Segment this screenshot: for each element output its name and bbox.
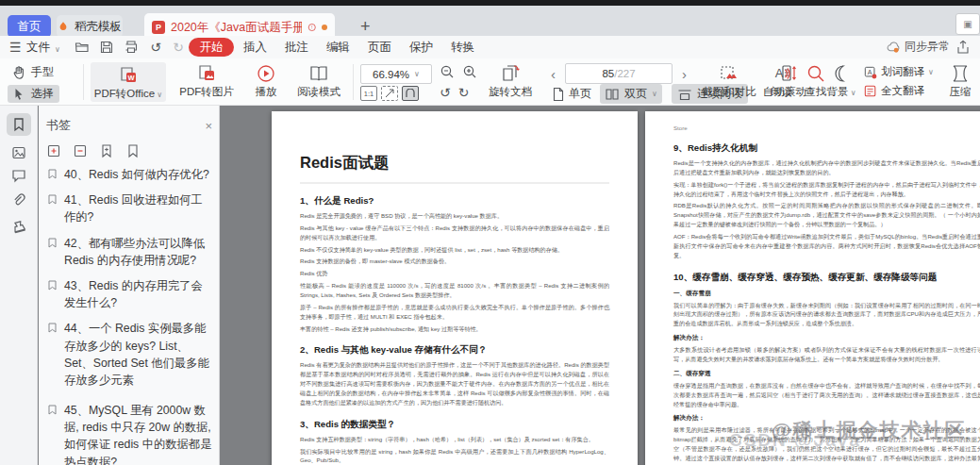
word-translate-button[interactable]: A 划词翻译∨: [864, 65, 934, 79]
expand-all-icon[interactable]: [46, 143, 61, 158]
stamp-panel-button[interactable]: [7, 215, 31, 238]
floating-widget[interactable]: ▣: [955, 13, 980, 35]
svg-text:!: !: [311, 25, 312, 30]
find-button[interactable]: 查找: [802, 62, 830, 99]
tab-docer[interactable]: 稻壳模板: [57, 15, 123, 38]
bookmark-icon: [11, 117, 26, 132]
pdf-paragraph: Redis 有着更为复杂的数据结构并且提供对他们的原子性操作，这是一个不同于其他…: [300, 360, 609, 407]
full-translate-button[interactable]: 全文翻译: [864, 84, 924, 98]
pdf-to-office-label: PDF转Office ∨: [94, 87, 162, 101]
pdf-page-right[interactable]: Store 9、Redis持久化机制 Redis是一个支持持久化的内存数据库，通…: [645, 111, 980, 465]
bookmark-item[interactable]: 40、Redis 如何做内存优化?: [48, 166, 214, 183]
pdf-paragraph: Redis 支持五种数据类型：string（字符串），hash（哈希），list…: [300, 435, 609, 444]
pdf-page-left[interactable]: Redis面试题 1、什么是 Redis? Redis 是完全开源免费的，遵守 …: [272, 111, 638, 465]
hamburger-icon[interactable]: ☰: [9, 39, 22, 56]
add-bookmark-icon[interactable]: [99, 143, 114, 158]
page-number-input[interactable]: 85/227: [565, 63, 673, 84]
screenshot-compare-button[interactable]: 截图和对比: [702, 62, 756, 99]
zoom-out-icon[interactable]: [440, 64, 455, 79]
save-icon[interactable]: [98, 39, 115, 56]
read-aloud-button[interactable]: A 朗读: [766, 62, 798, 99]
pdf-heading: 10、缓存雪崩、缓存穿透、缓存预热、缓存更新、缓存降级等问题: [673, 272, 980, 284]
sync-status[interactable]: 同步异常: [887, 39, 950, 55]
pdf-to-image-label: PDF转图片: [179, 85, 234, 99]
close-icon[interactable]: ×: [205, 119, 212, 133]
select-tool[interactable]: 选择: [8, 85, 59, 103]
actual-size-button[interactable]: 1:1: [360, 86, 377, 101]
unsaved-dot: [322, 25, 327, 30]
bookmark-item[interactable]: 44、一个 Redis 实例最多能存放多少的 keys? List、Set、So…: [48, 320, 214, 389]
comments-panel-button[interactable]: [7, 164, 31, 187]
bookmark-list-icon[interactable]: [125, 143, 141, 158]
rotate-right-icon[interactable]: ↻: [458, 85, 470, 100]
svg-text:W: W: [127, 73, 135, 81]
menu-edit[interactable]: 编辑: [326, 39, 350, 56]
zoom-in-icon[interactable]: [462, 64, 477, 79]
print-icon[interactable]: [123, 39, 140, 56]
moon-icon: [831, 62, 852, 85]
stamp-icon: [11, 219, 26, 234]
redo-icon[interactable]: ↻: [170, 39, 187, 56]
share-icon[interactable]: [955, 39, 972, 56]
open-folder-icon[interactable]: [74, 39, 91, 56]
play-label: 播放: [256, 85, 277, 99]
pdf-to-office-icon: W: [118, 64, 139, 87]
fit-width-button[interactable]: [402, 86, 419, 101]
menu-page[interactable]: 页面: [368, 39, 391, 56]
collapse-all-icon[interactable]: [73, 143, 88, 158]
rotate-doc-icon: [500, 62, 521, 85]
cloud-sync-icon: [887, 41, 901, 53]
tab-home-label: 首页: [18, 19, 42, 35]
prev-page-button[interactable]: ‹: [551, 66, 556, 82]
paperclip-icon: [11, 192, 26, 208]
bookmark-item[interactable]: 45、MySQL 里有 2000w 数据, redis 中只存 20w 的数据,…: [48, 402, 214, 465]
bookmark-item[interactable]: 43、Redis 的内存用完了会发生什么?: [48, 277, 214, 311]
menu-bar: ☰ 文件 ∨ ↺ ↻ ∨ 开始 插入 批注 编辑 页面 保护 转换 同步异常: [0, 36, 980, 58]
undo-icon[interactable]: ↺: [147, 39, 164, 56]
next-page-button[interactable]: ›: [682, 66, 687, 82]
menu-protect[interactable]: 保护: [409, 39, 433, 56]
double-page-button[interactable]: 双页∨: [600, 84, 662, 104]
pdf-paragraph: 我们实际项目中比较常用的是 string，hash 如果你是 Redis 中高级…: [300, 447, 609, 465]
rotate-left-icon[interactable]: ↺: [440, 85, 451, 100]
bookmark-item[interactable]: 42、都有哪些办法可以降低 Redis 的内存使用情况呢?: [48, 235, 214, 269]
hand-tool[interactable]: 手型: [11, 64, 54, 80]
attachments-panel-button[interactable]: [7, 189, 31, 211]
pdf-to-office-button[interactable]: W PDF转Office ∨: [91, 62, 166, 102]
menu-insert[interactable]: 插入: [243, 39, 267, 56]
pdf-subheading: 解决办法：: [673, 334, 980, 342]
single-page-label: 单页: [569, 86, 591, 102]
menu-file[interactable]: 文件: [26, 39, 50, 56]
play-button[interactable]: 播放: [245, 62, 287, 99]
tab-document-label: 2020年《Java面试题手册》.pdf: [171, 20, 302, 36]
zoom-value: 66.94%: [373, 69, 409, 80]
menu-convert[interactable]: 转换: [451, 39, 474, 56]
pdf-paragraph: Redis 优势: [300, 269, 609, 278]
thumbnails-panel-button[interactable]: [7, 141, 31, 164]
compress-button[interactable]: 压缩: [943, 62, 977, 99]
pdf-heading: 3、Redis 的数据类型？: [300, 419, 609, 431]
read-mode-button[interactable]: 阅读模式: [291, 62, 347, 99]
tab-home[interactable]: 首页: [8, 15, 51, 38]
rotate-doc-button[interactable]: 旋转文档: [483, 62, 538, 99]
document-canvas[interactable]: Redis面试题 1、什么是 Redis? Redis 是完全开源免费的，遵守 …: [220, 106, 980, 465]
pdf-to-image-button[interactable]: PDF转图片: [174, 62, 240, 99]
zoom-select[interactable]: 66.94%∨: [360, 64, 432, 84]
bookmarks-panel: 书签 × 40、Redis 如何做内存优化? 41、Redis 回收进程如何工作…: [39, 106, 220, 465]
docer-flame-icon: [58, 21, 69, 32]
pdf-heading: 2、Redis 与其他 key-value 存储有什么不同？: [300, 344, 609, 357]
menu-annotate[interactable]: 批注: [285, 39, 308, 56]
fit-page-button[interactable]: [381, 86, 398, 101]
bookmarks-panel-button[interactable]: [7, 113, 31, 136]
select-tool-label: 选择: [31, 86, 54, 102]
full-translate-icon: [864, 85, 877, 98]
menu-start[interactable]: 开始: [189, 38, 234, 57]
sidebar-icon-strip: [0, 106, 38, 465]
single-page-button[interactable]: 单页: [551, 86, 591, 102]
single-page-icon: [551, 87, 566, 102]
pdf-paragraph: 丰富的特性 – Redis 还支持 publish/subscribe, 通知 …: [300, 324, 609, 334]
bookmark-item[interactable]: 41、Redis 回收进程如何工作的?: [48, 191, 214, 225]
book-icon: [308, 62, 329, 85]
new-tab-button[interactable]: +: [360, 15, 371, 38]
pdf-paragraph: Redis 支持数据的备份，即 master-slave 模式的数据备份。: [300, 257, 609, 266]
